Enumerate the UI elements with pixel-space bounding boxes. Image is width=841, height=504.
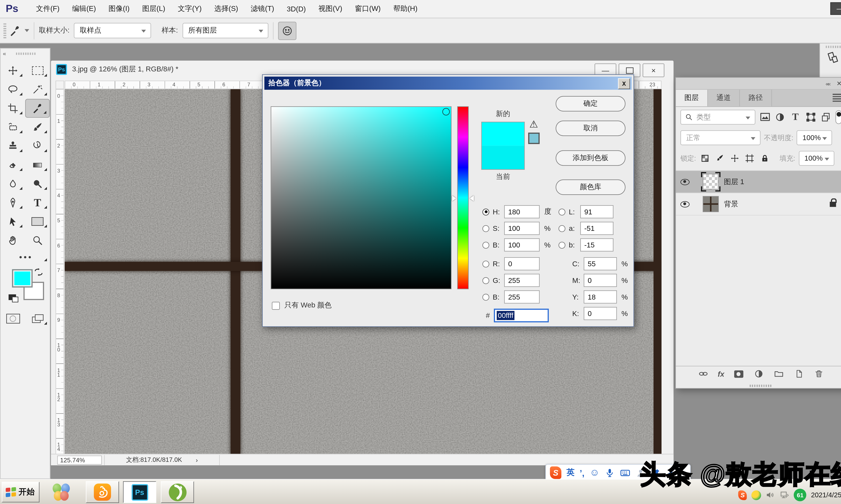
- visibility-eye-icon[interactable]: [680, 201, 689, 207]
- add-layer-mask-icon[interactable]: [733, 368, 744, 379]
- menu-item[interactable]: 滤镜(T): [244, 4, 280, 14]
- lock-all-icon[interactable]: [759, 152, 770, 164]
- hex-input[interactable]: 00ffff: [494, 309, 549, 322]
- dodge-tool[interactable]: [25, 174, 50, 193]
- swap-colors-icon[interactable]: [34, 268, 44, 276]
- marquee-tool[interactable]: [25, 61, 50, 80]
- ime-mic-icon[interactable]: [605, 468, 615, 478]
- g-input[interactable]: 255: [504, 274, 539, 287]
- eyedropper-tool-icon[interactable]: [6, 22, 23, 39]
- s-radio[interactable]: [482, 225, 489, 232]
- menu-item[interactable]: 图层(L): [136, 4, 172, 14]
- ime-emoji-icon[interactable]: ☺: [589, 467, 599, 479]
- doc-close-button[interactable]: ×: [643, 64, 664, 77]
- menu-item[interactable]: 文件(F): [30, 4, 66, 14]
- b-radio[interactable]: [482, 241, 489, 248]
- taskbar-app-photoshop[interactable]: Ps: [123, 481, 156, 503]
- y-input[interactable]: 18: [584, 290, 617, 303]
- sogou-logo-icon[interactable]: S: [550, 466, 562, 479]
- clock-date[interactable]: 2021/4/25 星期日: [811, 490, 841, 500]
- l-input[interactable]: 91: [580, 205, 614, 218]
- dialog-titlebar[interactable]: 拾色器（前景色） X: [264, 77, 632, 90]
- ime-language-toggle[interactable]: 英: [566, 468, 574, 478]
- sample-size-select[interactable]: 取样点: [74, 23, 151, 38]
- b-input[interactable]: 100: [504, 238, 539, 252]
- lab-b-input[interactable]: -15: [580, 238, 614, 252]
- status-arrow-icon[interactable]: ›: [196, 456, 198, 463]
- add-to-swatches-button[interactable]: 添加到色板: [556, 150, 625, 166]
- taskbar-app-colorapp[interactable]: [53, 484, 70, 501]
- brush-tool[interactable]: [25, 118, 50, 137]
- lock-image-icon[interactable]: [714, 152, 726, 164]
- panel-menu-icon[interactable]: [833, 94, 841, 102]
- panel-grip[interactable]: [826, 46, 841, 48]
- minimize-button[interactable]: —: [830, 2, 841, 15]
- patch-tool[interactable]: [0, 118, 25, 137]
- menu-item[interactable]: 图像(I): [102, 4, 136, 14]
- filter-type-layers-icon[interactable]: T: [790, 110, 801, 124]
- show-sampling-ring-toggle[interactable]: [278, 21, 296, 40]
- m-input[interactable]: 0: [584, 274, 617, 287]
- filter-smart-objects-icon[interactable]: [820, 110, 832, 124]
- new-adjustment-layer-icon[interactable]: [753, 368, 765, 379]
- color-libraries-button[interactable]: 颜色库: [556, 179, 625, 195]
- b2-radio[interactable]: [482, 293, 489, 300]
- blend-mode-select[interactable]: 正常: [680, 130, 760, 145]
- layer-style-fx-icon[interactable]: fx: [718, 370, 724, 378]
- default-colors-icon[interactable]: [8, 294, 16, 300]
- zoom-tool[interactable]: [25, 231, 50, 250]
- magic-wand-tool[interactable]: [25, 80, 50, 99]
- link-layers-icon[interactable]: [698, 368, 709, 379]
- h-radio[interactable]: [482, 208, 489, 215]
- filter-type-select[interactable]: 类型: [680, 110, 756, 125]
- menu-item[interactable]: 选择(S): [208, 4, 244, 14]
- edit-toolbar-ellipsis[interactable]: [0, 250, 50, 265]
- opacity-select[interactable]: 100%: [797, 130, 832, 145]
- h-input[interactable]: 180: [504, 205, 539, 218]
- tool-preset-chevron-icon[interactable]: [24, 29, 29, 32]
- collapsed-panel-icon[interactable]: [820, 48, 841, 64]
- cancel-button[interactable]: 取消: [556, 121, 625, 136]
- fill-select[interactable]: 100%: [799, 151, 834, 166]
- filter-shape-layers-icon[interactable]: [805, 110, 817, 124]
- new-layer-icon[interactable]: [793, 368, 805, 379]
- options-grip[interactable]: [3, 23, 6, 38]
- move-tool[interactable]: [0, 61, 25, 80]
- collapse-panel-icon[interactable]: ««: [825, 80, 829, 87]
- color-field-marker[interactable]: [442, 108, 450, 115]
- close-panel-icon[interactable]: ✕: [837, 80, 841, 87]
- hue-slider-handle-right[interactable]: [470, 196, 474, 201]
- filter-pixel-layers-icon[interactable]: [759, 110, 771, 124]
- lab-b-radio[interactable]: [559, 241, 566, 248]
- b2-input[interactable]: 255: [504, 290, 539, 303]
- menu-item[interactable]: 3D(D): [280, 5, 312, 13]
- l-radio[interactable]: [559, 208, 566, 215]
- lock-position-icon[interactable]: [729, 152, 741, 164]
- menu-item[interactable]: 文字(Y): [172, 4, 208, 14]
- screen-mode-button[interactable]: [25, 309, 50, 328]
- volume-icon[interactable]: [766, 490, 775, 500]
- lasso-tool[interactable]: [0, 80, 25, 99]
- zoom-level-field[interactable]: 125.74%: [57, 455, 102, 464]
- hue-slider[interactable]: [457, 106, 469, 289]
- layers-panel-header[interactable]: «« ✕: [676, 78, 841, 90]
- s-input[interactable]: 100: [504, 222, 539, 235]
- lock-artboard-icon[interactable]: [744, 152, 756, 164]
- eyedropper-tool[interactable]: [25, 99, 50, 118]
- lock-transparency-icon[interactable]: [700, 152, 711, 164]
- r-radio[interactable]: [482, 260, 489, 267]
- current-color-swatch[interactable]: [482, 146, 524, 169]
- ruler-corner[interactable]: [55, 80, 64, 89]
- layer-row-1[interactable]: 图层 1: [676, 171, 841, 193]
- gamut-warning-icon[interactable]: ⚠: [529, 118, 538, 130]
- network-icon[interactable]: [779, 490, 789, 500]
- web-colors-checkbox[interactable]: [272, 302, 280, 310]
- eraser-tool[interactable]: [0, 156, 25, 174]
- tab-paths[interactable]: 路径: [740, 90, 772, 106]
- new-group-icon[interactable]: [773, 368, 785, 379]
- sample-select[interactable]: 所有图层: [183, 23, 268, 38]
- ime-punctuation-icon[interactable]: ’,: [580, 468, 584, 478]
- hand-tool[interactable]: [0, 231, 25, 250]
- quick-mask-button[interactable]: [0, 309, 25, 328]
- layer-thumbnail[interactable]: [703, 196, 719, 212]
